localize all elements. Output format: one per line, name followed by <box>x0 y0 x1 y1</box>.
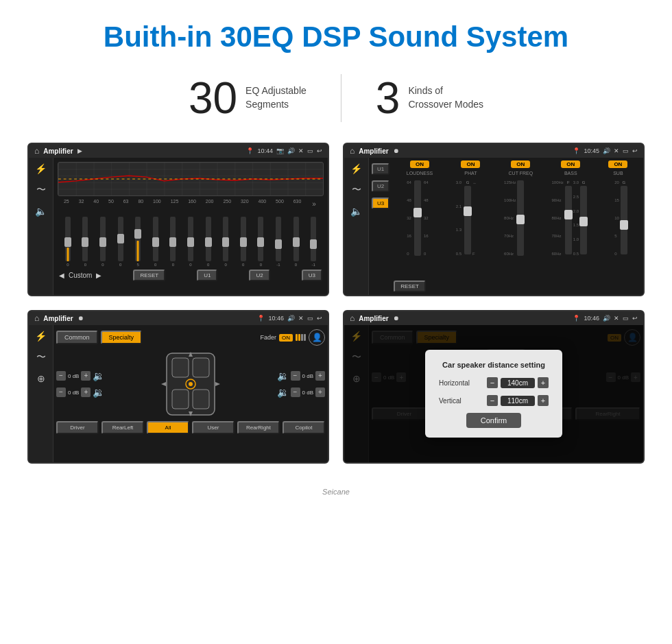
screen2-content: U1 U2 U3 ON LOUDNESS ON <box>369 158 643 295</box>
eq-slider-1: 0 <box>65 217 71 267</box>
loudness-on[interactable]: ON <box>410 160 429 168</box>
confirm-button[interactable]: Confirm <box>466 413 521 428</box>
next-icon[interactable]: ▶ <box>96 272 101 279</box>
home-icon-2[interactable]: ⌂ <box>350 146 355 156</box>
volume-icon-4: 🔊 <box>603 315 610 322</box>
screen2-status-bar: ⌂ Amplifier ⏺ 📍 10:45 🔊 ✕ ▭ ↩ <box>344 144 643 158</box>
horizontal-plus[interactable]: + <box>538 377 549 388</box>
watermark: Seicane <box>0 484 672 503</box>
minimize-icon-2: ▭ <box>623 147 629 154</box>
screen-eq: ⌂ Amplifier ▶ 📍 10:44 📷 🔊 ✕ ▭ ↩ ⚡ 〜 🔈 <box>27 143 329 296</box>
fl-minus[interactable]: − <box>56 371 66 381</box>
common-btn[interactable]: Common <box>56 331 98 344</box>
loudness-slider[interactable] <box>414 180 421 256</box>
cutfreq-on[interactable]: ON <box>511 160 530 168</box>
bass-g-slider[interactable] <box>580 186 587 254</box>
u2-preset[interactable]: U2 <box>372 180 389 192</box>
horizontal-minus[interactable]: − <box>487 377 498 388</box>
back-icon: ↩ <box>317 147 322 154</box>
screen1-title: Amplifier <box>43 147 73 155</box>
rear-left-btn[interactable]: RearLeft <box>101 421 144 434</box>
bass-label: BASS <box>564 171 577 176</box>
eq-slider-4: 0 <box>118 217 123 267</box>
phat-slider[interactable] <box>464 186 471 254</box>
eq-icon[interactable]: ⚡ <box>35 163 47 174</box>
fl-plus[interactable]: + <box>81 371 91 381</box>
fr-minus[interactable]: − <box>291 371 300 381</box>
eq-more-arrow[interactable]: » <box>311 199 317 209</box>
u3-button[interactable]: U3 <box>302 270 322 281</box>
back-icon-4: ↩ <box>632 315 638 322</box>
sub-slider[interactable] <box>621 186 627 254</box>
copilot-btn[interactable]: Copilot <box>283 421 325 434</box>
u2-button[interactable]: U2 <box>249 270 269 281</box>
eq-slider-2: 0 <box>82 217 88 267</box>
rl-db: 0 dB <box>68 390 79 396</box>
sub-on[interactable]: ON <box>608 160 627 168</box>
u1-button[interactable]: U1 <box>197 270 217 281</box>
fader-on-btn[interactable]: ON <box>279 334 293 342</box>
all-btn[interactable]: All <box>147 421 189 434</box>
location-icon-2: 📍 <box>573 147 580 154</box>
screen2-time: 10:45 <box>584 147 599 154</box>
u3-preset[interactable]: U3 <box>372 198 389 209</box>
phat-on[interactable]: ON <box>461 160 480 168</box>
wave-icon-2[interactable]: 〜 <box>352 184 361 196</box>
stat-eq: 30 EQ Adjustable Segments <box>154 76 341 120</box>
bass-on[interactable]: ON <box>561 160 580 168</box>
svg-point-7 <box>189 382 193 386</box>
cutfreq-slider[interactable] <box>517 180 524 256</box>
eq-icon-3[interactable]: ⚡ <box>35 331 47 342</box>
bass-slider[interactable] <box>565 186 572 254</box>
specialty-btn[interactable]: Specialty <box>101 331 143 344</box>
wave-icon[interactable]: 〜 <box>36 184 46 196</box>
fr-db: 0 dB <box>302 373 313 379</box>
rr-minus[interactable]: − <box>291 387 300 397</box>
reset-button[interactable]: RESET <box>133 270 165 281</box>
u1-preset[interactable]: U1 <box>372 163 389 175</box>
page-header: Buith-in 30EQ DSP Sound System <box>0 0 672 67</box>
rl-plus[interactable]: + <box>81 387 91 397</box>
vertical-label: Vertical <box>439 397 461 405</box>
vertical-plus[interactable]: + <box>538 395 549 406</box>
eq-chart <box>58 162 324 196</box>
home-icon-4[interactable]: ⌂ <box>350 313 355 323</box>
close-icon: ✕ <box>298 147 304 154</box>
user-avatar: 👤 <box>309 329 325 346</box>
user-btn[interactable]: User <box>192 421 235 434</box>
rr-plus[interactable]: + <box>315 387 325 397</box>
eq-val-1: 0 <box>67 263 69 267</box>
screen2-side-icons: ⚡ 〜 🔈 <box>344 158 369 295</box>
screenshots-grid: ⌂ Amplifier ▶ 📍 10:44 📷 🔊 ✕ ▭ ↩ ⚡ 〜 🔈 <box>0 143 672 484</box>
car-diagram <box>160 350 221 418</box>
eq-icon-2[interactable]: ⚡ <box>350 163 362 174</box>
rear-right-btn[interactable]: RearRight <box>237 421 280 434</box>
fr-plus[interactable]: + <box>315 371 325 381</box>
fader-bars <box>296 334 306 341</box>
screen4-status-bar: ⌂ Amplifier ⏺ 📍 10:46 🔊 ✕ ▭ ↩ <box>344 311 643 325</box>
bt-icon-3[interactable]: ⊕ <box>37 373 45 384</box>
home-icon[interactable]: ⌂ <box>34 146 39 156</box>
thumb-1[interactable] <box>64 237 71 247</box>
vertical-value: 110cm <box>501 396 535 406</box>
eq-sliders: 0 0 0 <box>58 212 324 267</box>
close-icon-3: ✕ <box>298 315 304 322</box>
vertical-minus[interactable]: − <box>487 395 498 406</box>
horizontal-label: Horizontal <box>439 379 470 387</box>
speaker-icon-2[interactable]: 🔈 <box>350 206 362 217</box>
thumb-2[interactable] <box>82 237 88 247</box>
screen2-reset-btn[interactable]: RESET <box>394 281 426 292</box>
rear-right-ctrl: 🔉 − 0 dB + <box>277 387 325 398</box>
record-icon: ⏺ <box>393 147 399 154</box>
record-icon-4: ⏺ <box>393 315 399 322</box>
fl-db: 0 dB <box>68 373 79 379</box>
speaker-fl-icon: 🔉 <box>93 370 104 381</box>
screen-modal: ⌂ Amplifier ⏺ 📍 10:46 🔊 ✕ ▭ ↩ ⚡ 〜 ⊕ <box>343 310 645 464</box>
home-icon-3[interactable]: ⌂ <box>34 313 39 323</box>
rl-minus[interactable]: − <box>56 387 66 397</box>
svg-rect-2 <box>172 358 189 377</box>
speaker-icon[interactable]: 🔈 <box>35 206 47 217</box>
prev-icon[interactable]: ◀ <box>59 272 64 279</box>
driver-btn[interactable]: Driver <box>56 421 99 434</box>
wave-icon-3[interactable]: 〜 <box>36 351 46 363</box>
